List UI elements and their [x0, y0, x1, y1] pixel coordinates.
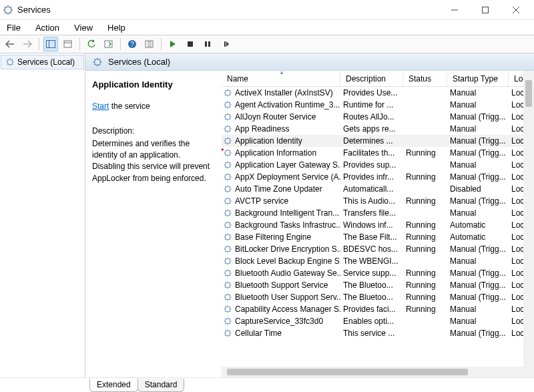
cell-name: Cellular Time	[235, 329, 282, 338]
close-button[interactable]	[501, 0, 531, 20]
svg-line-217	[230, 311, 230, 312]
svg-line-172	[230, 251, 230, 252]
back-button[interactable]	[3, 37, 17, 51]
col-status[interactable]: Status	[403, 71, 447, 86]
menu-view[interactable]: View	[71, 21, 95, 34]
table-row[interactable]: Cellular TimeThis service ...Manual (Tri…	[222, 327, 534, 339]
menu-help[interactable]: Help	[105, 21, 128, 34]
table-row[interactable]: Auto Time Zone UpdaterAutomaticall...Dis…	[222, 183, 534, 195]
svg-rect-27	[205, 41, 207, 47]
table-row[interactable]: Background Intelligent Tran...Transfers …	[222, 207, 534, 219]
svg-line-225	[225, 319, 226, 319]
table-row[interactable]: AppX Deployment Service (A...Provides in…	[222, 171, 534, 183]
table-row[interactable]: Background Tasks Infrastruc...Windows in…	[222, 219, 534, 231]
table-row[interactable]: Bluetooth User Support Serv...The Blueto…	[222, 291, 534, 303]
svg-rect-10	[483, 7, 489, 13]
table-row[interactable]: BitLocker Drive Encryption S...BDESVC ho…	[222, 243, 534, 255]
col-description[interactable]: Description	[340, 71, 403, 86]
table-row[interactable]: Bluetooth Audio Gateway Se...Service sup…	[222, 267, 534, 279]
svg-line-108	[225, 162, 226, 163]
table-row[interactable]: Base Filtering EngineThe Base Filt...Run…	[222, 231, 534, 243]
tab-standard[interactable]: Standard	[138, 379, 185, 392]
forward-button[interactable]	[20, 37, 35, 51]
cell-description: The Bluetoo...	[340, 280, 403, 290]
maximize-button[interactable]	[470, 0, 501, 20]
cell-status: Running	[403, 220, 447, 230]
svg-point-193	[225, 282, 230, 288]
svg-line-198	[225, 282, 226, 283]
gear-icon	[223, 184, 232, 194]
start-service-button[interactable]	[166, 37, 180, 51]
table-row[interactable]: ActiveX Installer (AxInstSV)Provides Use…	[222, 87, 534, 99]
properties-button[interactable]	[61, 37, 75, 51]
table-row[interactable]: Bluetooth Support ServiceThe Bluetoo...R…	[222, 279, 534, 291]
svg-point-229	[225, 331, 230, 336]
svg-line-109	[230, 167, 230, 168]
cell-startup-type: Manual	[447, 305, 509, 314]
cell-name: Block Level Backup Engine S...	[235, 256, 340, 266]
table-row[interactable]: AllJoyn Router ServiceRoutes AllJo...Man…	[222, 111, 534, 123]
svg-line-182	[230, 258, 230, 259]
svg-point-202	[225, 295, 230, 300]
vertical-scrollbar[interactable]	[523, 71, 534, 367]
gear-icon	[223, 329, 232, 338]
col-startup-type[interactable]: Startup Type	[447, 71, 509, 86]
options-button[interactable]	[142, 37, 157, 51]
minimize-button[interactable]	[439, 0, 470, 20]
table-row[interactable]: AVCTP serviceThis is Audio...RunningManu…	[222, 195, 534, 207]
start-service-link[interactable]: Start	[92, 102, 109, 111]
cell-description: The Base Filt...	[340, 232, 403, 242]
cell-description: Facilitates th...	[340, 148, 403, 158]
svg-line-72	[225, 114, 226, 115]
cell-description: The Bluetoo...	[340, 292, 403, 302]
horizontal-scrollbar[interactable]	[222, 367, 534, 377]
table-row[interactable]: CaptureService_33fc3d0Enables opti...Man…	[222, 315, 534, 327]
table-row[interactable]: Capability Access Manager S...Provides f…	[222, 303, 534, 315]
gear-icon	[223, 305, 232, 314]
restart-service-button[interactable]	[218, 37, 232, 51]
cell-name: Background Intelligent Tran...	[235, 208, 339, 218]
cell-description: BDESVC hos...	[340, 244, 403, 254]
svg-line-156	[225, 227, 226, 228]
gear-icon	[223, 172, 232, 182]
svg-line-44	[94, 59, 95, 59]
svg-line-90	[225, 138, 226, 139]
table-row[interactable]: Block Level Backup Engine S...The WBENGI…	[222, 255, 534, 267]
tree-item-services-local[interactable]: Services (Local)	[1, 55, 84, 69]
svg-point-121	[225, 186, 230, 192]
svg-line-37	[12, 59, 13, 60]
svg-point-157	[225, 234, 230, 240]
table-row[interactable]: Application Layer Gateway S...Provides s…	[222, 159, 534, 171]
svg-line-190	[230, 275, 230, 276]
svg-line-146	[230, 210, 230, 211]
cell-name: Agent Activation Runtime_3...	[235, 100, 340, 110]
cell-status: Running	[403, 244, 447, 254]
export-list-button[interactable]	[101, 37, 116, 51]
tab-extended[interactable]: Extended	[89, 379, 138, 392]
table-row[interactable]: Application InformationFacilitates th...…	[222, 147, 534, 159]
cell-startup-type: Manual	[447, 160, 509, 170]
table-row[interactable]: Agent Activation Runtime_3...Runtime for…	[222, 99, 534, 111]
table-row[interactable]: App ReadinessGets apps re...ManualLoc	[222, 123, 534, 135]
cell-name: Application Identity	[235, 136, 302, 146]
cell-description: Automaticall...	[340, 184, 403, 194]
menu-action[interactable]: Action	[33, 21, 62, 34]
table-row[interactable]: Application IdentityDetermines ...Manual…	[222, 135, 534, 147]
help-button[interactable]: ?	[125, 37, 140, 51]
cell-status: Running	[403, 280, 447, 290]
svg-line-120	[225, 179, 226, 180]
pause-service-button[interactable]	[200, 37, 215, 51]
cell-startup-type: Manual (Trigg...	[447, 112, 509, 122]
svg-line-162	[225, 234, 226, 235]
refresh-button[interactable]	[84, 37, 99, 51]
svg-point-58	[225, 102, 230, 108]
svg-line-102	[225, 155, 226, 156]
show-hide-tree-button[interactable]	[43, 37, 58, 51]
gear-icon	[223, 268, 232, 278]
pane-title: Services (Local)	[108, 57, 170, 67]
menu-file[interactable]: File	[4, 21, 23, 34]
svg-line-154	[230, 227, 230, 228]
svg-line-66	[225, 107, 226, 108]
svg-line-137	[230, 198, 230, 199]
stop-service-button[interactable]	[183, 37, 198, 51]
